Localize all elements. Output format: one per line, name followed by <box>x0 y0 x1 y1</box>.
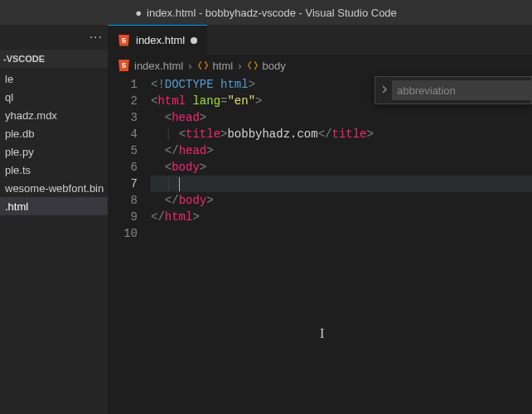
chevron-right-icon: › <box>238 60 241 72</box>
breadcrumb-label: body <box>263 60 286 72</box>
file-item[interactable]: .html <box>0 197 108 215</box>
code-line[interactable]: <head> <box>151 109 532 126</box>
file-item[interactable]: ple.ts <box>0 161 108 179</box>
code-editor[interactable]: 12345678910 <!DOCTYPE html><html lang="e… <box>108 76 532 414</box>
file-item[interactable]: ql <box>0 88 108 106</box>
line-number: 10 <box>108 225 138 242</box>
breadcrumbs[interactable]: 5index.html›html›body <box>108 55 532 76</box>
chevron-right-icon[interactable] <box>380 84 389 96</box>
line-number: 9 <box>108 209 138 225</box>
html-file-icon: 5 <box>118 60 130 71</box>
line-number: 4 <box>108 126 138 142</box>
more-actions-icon[interactable]: ··· <box>89 30 103 45</box>
tabs-bar: 5 index.html <box>108 25 532 55</box>
code-line[interactable]: </body> <box>151 192 532 209</box>
code-line[interactable]: </head> <box>151 142 532 159</box>
breadcrumb-item[interactable]: body <box>247 60 286 72</box>
line-number: 5 <box>108 142 138 159</box>
breadcrumb-item[interactable]: html <box>197 60 234 72</box>
text-cursor <box>179 177 180 191</box>
breadcrumb-label: html <box>213 60 234 72</box>
window-titlebar: ● index.html - bobbyhadz-vscode - Visual… <box>0 0 532 25</box>
find-input[interactable] <box>392 80 532 100</box>
code-line[interactable]: │ <box>151 176 532 192</box>
line-number: 7 <box>108 176 138 192</box>
line-number: 2 <box>108 93 138 109</box>
breadcrumb-label: index.html <box>134 60 183 72</box>
code-content[interactable]: <!DOCTYPE html><html lang="en"> <head> │… <box>151 76 532 414</box>
tab-dirty-icon <box>191 37 197 44</box>
file-list: leqlyhadz.mdxple.dbple.pyple.tswesome-we… <box>0 68 108 215</box>
editor-area: 5 index.html 5index.html›html›body 12345… <box>108 25 532 414</box>
sidebar-header: ··· <box>0 25 108 50</box>
breadcrumb-item[interactable]: 5index.html <box>118 60 183 72</box>
code-line[interactable] <box>151 225 532 242</box>
explorer-folder-title[interactable]: -VSCODE <box>0 50 108 68</box>
file-item[interactable]: ple.py <box>0 142 108 161</box>
code-line[interactable]: │ <title>bobbyhadz.com</title> <box>151 126 532 142</box>
line-number: 6 <box>108 159 138 176</box>
dirty-indicator: ● <box>135 7 142 19</box>
window-title: index.html - bobbyhadz-vscode - Visual S… <box>147 7 397 19</box>
line-number: 1 <box>108 76 138 93</box>
brackets-icon <box>197 60 209 71</box>
code-line[interactable]: </html> <box>151 209 532 225</box>
chevron-right-icon: › <box>188 60 191 72</box>
explorer-sidebar: ··· -VSCODE leqlyhadz.mdxple.dbple.pyple… <box>0 25 108 414</box>
file-item[interactable]: wesome-webfont.bin <box>0 179 108 197</box>
tab-index-html[interactable]: 5 index.html <box>108 25 207 55</box>
html-file-icon: 5 <box>118 35 130 46</box>
line-number: 3 <box>108 109 138 126</box>
find-widget[interactable]: Aa <box>375 76 532 104</box>
file-item[interactable]: yhadz.mdx <box>0 106 108 124</box>
line-number-gutter: 12345678910 <box>108 76 151 414</box>
file-item[interactable]: ple.db <box>0 124 108 142</box>
brackets-icon <box>247 60 259 71</box>
line-number: 8 <box>108 192 138 209</box>
code-line[interactable]: <body> <box>151 159 532 176</box>
file-item[interactable]: le <box>0 70 108 88</box>
tab-label: index.html <box>136 34 185 46</box>
